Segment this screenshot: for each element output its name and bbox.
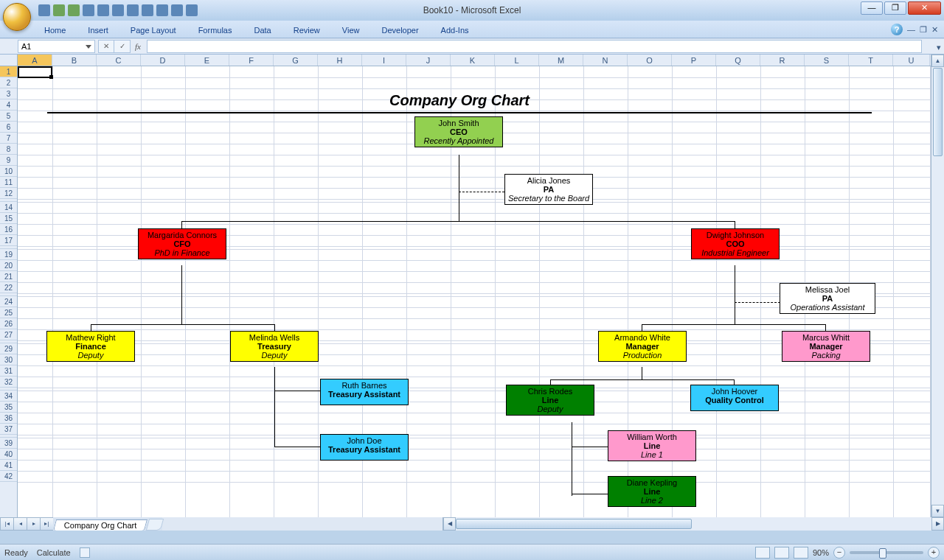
cells-area[interactable]: Company Org Chart John Smith CEO Rec	[18, 66, 931, 517]
tab-add-ins[interactable]: Add-Ins	[437, 23, 473, 38]
office-button[interactable]	[3, 3, 31, 31]
view-page-break-icon[interactable]	[794, 547, 808, 559]
column-header[interactable]: E	[185, 55, 229, 66]
save-icon[interactable]	[38, 4, 50, 16]
scroll-thumb[interactable]	[933, 68, 943, 156]
column-header[interactable]: U	[893, 55, 930, 66]
qat-icon[interactable]	[171, 4, 183, 16]
row-header[interactable]: 35	[0, 402, 17, 413]
column-header[interactable]: A	[18, 55, 52, 66]
view-normal-icon[interactable]	[755, 547, 770, 559]
sheet-nav-next-icon[interactable]: ▸	[27, 517, 40, 531]
tab-home[interactable]: Home	[40, 23, 70, 38]
column-header[interactable]: B	[52, 55, 97, 66]
qat-icon[interactable]	[127, 4, 139, 16]
column-header[interactable]: Q	[716, 55, 760, 66]
row-header[interactable]: 27	[0, 329, 17, 340]
row-header[interactable]: 5	[0, 111, 17, 122]
row-header[interactable]: 10	[0, 166, 17, 177]
sheet-tab[interactable]: Company Org Chart	[53, 519, 148, 531]
horizontal-scrollbar[interactable]: ◀ ▶	[442, 517, 944, 531]
row-header[interactable]: 2	[0, 77, 17, 88]
sheet-nav-prev-icon[interactable]: ◂	[13, 517, 27, 531]
mdi-close-icon[interactable]: ✕	[931, 25, 938, 35]
mdi-restore-icon[interactable]: ❐	[920, 25, 927, 35]
row-header[interactable]: 37	[0, 424, 17, 435]
fx-icon[interactable]: fx	[135, 42, 147, 51]
maximize-button[interactable]: ❐	[884, 1, 906, 15]
qat-icon[interactable]	[83, 4, 94, 16]
scroll-down-icon[interactable]: ▼	[931, 505, 944, 517]
qat-icon[interactable]	[142, 4, 153, 16]
row-header[interactable]: 14	[0, 202, 17, 213]
zoom-level[interactable]: 90%	[813, 548, 829, 557]
qat-icon[interactable]	[112, 4, 124, 16]
column-header[interactable]: R	[760, 55, 805, 66]
row-header[interactable]: 30	[0, 354, 17, 365]
chevron-down-icon[interactable]	[86, 45, 91, 49]
undo-icon[interactable]	[53, 4, 65, 16]
redo-icon[interactable]	[68, 4, 80, 16]
vertical-scrollbar[interactable]: ▲ ▼	[931, 55, 944, 517]
row-header[interactable]: 3	[0, 88, 17, 99]
sheet-nav-last-icon[interactable]: ▸|	[40, 517, 53, 531]
column-header[interactable]: T	[849, 55, 893, 66]
row-headers[interactable]: 1234567891011121314151617181920212223242…	[0, 66, 18, 517]
row-header[interactable]: 31	[0, 365, 17, 377]
row-header[interactable]: 19	[0, 249, 17, 260]
column-header[interactable]: K	[451, 55, 495, 66]
column-header[interactable]: C	[97, 55, 141, 66]
row-header[interactable]: 4	[0, 99, 17, 111]
row-header[interactable]: 1	[0, 66, 17, 77]
row-header[interactable]: 34	[0, 391, 17, 402]
row-header[interactable]: 36	[0, 413, 17, 424]
row-header[interactable]: 8	[0, 144, 17, 155]
column-header[interactable]: O	[628, 55, 672, 66]
select-all-corner[interactable]	[0, 55, 18, 66]
column-header[interactable]: S	[805, 55, 849, 66]
column-headers[interactable]: ABCDEFGHIJKLMNOPQRSTU	[18, 55, 931, 66]
expand-formula-icon[interactable]: ▾	[937, 41, 941, 52]
row-header[interactable]: 21	[0, 271, 17, 282]
row-header[interactable]: 26	[0, 318, 17, 329]
column-header[interactable]: J	[406, 55, 451, 66]
row-header[interactable]: 29	[0, 343, 17, 354]
scroll-thumb[interactable]	[456, 519, 692, 529]
column-header[interactable]: G	[274, 55, 318, 66]
column-header[interactable]: I	[362, 55, 406, 66]
row-header[interactable]: 16	[0, 224, 17, 235]
column-header[interactable]: M	[539, 55, 583, 66]
column-header[interactable]: N	[583, 55, 628, 66]
row-header[interactable]: 11	[0, 177, 17, 188]
row-header[interactable]: 40	[0, 449, 17, 460]
scroll-right-icon[interactable]: ▶	[931, 517, 944, 531]
column-header[interactable]: L	[495, 55, 539, 66]
row-header[interactable]: 6	[0, 122, 17, 133]
row-header[interactable]: 7	[0, 133, 17, 144]
zoom-out-icon[interactable]: −	[833, 547, 845, 559]
column-header[interactable]: F	[229, 55, 274, 66]
minimize-button[interactable]: —	[861, 1, 883, 15]
enter-formula-icon[interactable]: ✓	[114, 40, 131, 53]
row-header[interactable]: 39	[0, 438, 17, 449]
row-header[interactable]: 12	[0, 188, 17, 199]
row-header[interactable]: 9	[0, 155, 17, 166]
row-header[interactable]: 17	[0, 235, 17, 246]
column-header[interactable]: H	[318, 55, 362, 66]
cancel-formula-icon[interactable]: ✕	[98, 40, 114, 53]
zoom-in-icon[interactable]: +	[928, 547, 940, 559]
column-header[interactable]: P	[672, 55, 716, 66]
scroll-left-icon[interactable]: ◀	[443, 517, 456, 531]
print-preview-icon[interactable]	[156, 4, 168, 16]
worksheet-grid[interactable]: ABCDEFGHIJKLMNOPQRSTU 123456789101112131…	[0, 55, 944, 531]
row-header[interactable]: 25	[0, 307, 17, 318]
tab-insert[interactable]: Insert	[83, 23, 113, 38]
row-header[interactable]: 42	[0, 471, 17, 482]
scroll-up-icon[interactable]: ▲	[931, 55, 944, 67]
tab-formulas[interactable]: Formulas	[194, 23, 237, 38]
row-header[interactable]: 32	[0, 377, 17, 388]
macro-record-icon[interactable]	[80, 547, 90, 558]
new-sheet-icon[interactable]	[146, 519, 164, 531]
sheet-nav-first-icon[interactable]: |◂	[0, 517, 13, 531]
row-header[interactable]: 24	[0, 296, 17, 307]
